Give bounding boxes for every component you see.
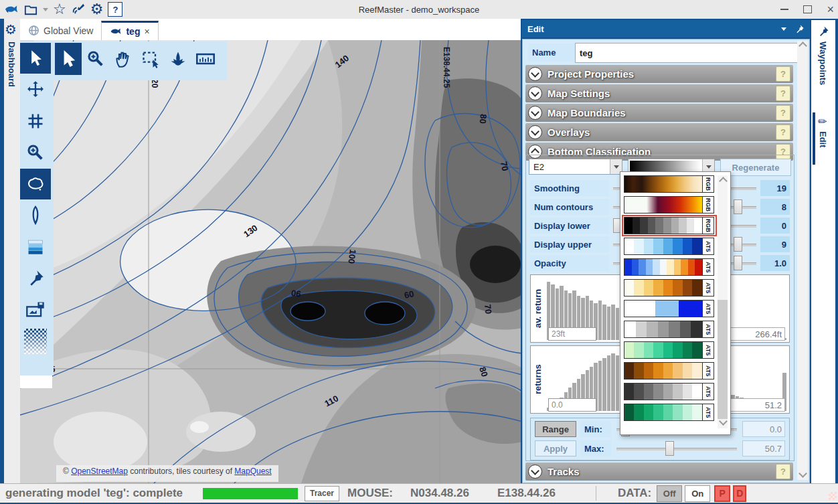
slider-label: Smoothing: [530, 180, 609, 196]
panel-pin-icon[interactable]: [794, 24, 805, 34]
tracer-button[interactable]: Tracer: [305, 486, 339, 501]
scroll-down-icon[interactable]: [799, 469, 807, 478]
measure-tool-button[interactable]: [192, 43, 219, 75]
slider-handle[interactable]: [734, 256, 742, 270]
mapquest-link[interactable]: MapQuest: [234, 467, 271, 476]
palette-option[interactable]: AT5: [624, 341, 715, 359]
marquee-select-tool-button[interactable]: [137, 43, 164, 75]
section-overlays[interactable]: Overlays ?: [525, 123, 793, 141]
select-tool-button[interactable]: [55, 43, 82, 75]
section-title: Tracks: [548, 466, 776, 477]
dashboard-gear-icon[interactable]: ⚙: [4, 19, 20, 37]
palette-scrollbar[interactable]: [718, 175, 728, 428]
panel-menu-caret-icon[interactable]: [781, 27, 786, 31]
expand-chevron-icon[interactable]: [528, 465, 542, 479]
palette-option[interactable]: AT5: [624, 362, 715, 380]
preset-value: E2: [529, 162, 610, 172]
section-map-boundaries[interactable]: Map Boundaries ?: [525, 104, 793, 122]
expand-chevron-icon[interactable]: [528, 86, 542, 100]
region-view-button[interactable]: [20, 169, 51, 199]
histogram-min-input[interactable]: 0.0: [548, 398, 596, 412]
data-off-button[interactable]: Off: [657, 485, 682, 502]
palette-option[interactable]: AT5: [624, 404, 715, 421]
waypoint-pin-button[interactable]: [20, 263, 51, 294]
map-viewport[interactable]: E138.44.25 20 25 140 80 70 130 100 90 60…: [20, 40, 522, 483]
section-project-properties[interactable]: Project Properties ?: [525, 65, 793, 83]
tab-waypoints[interactable]: Waypoints: [818, 41, 828, 85]
resize-grip-icon[interactable]: [829, 492, 837, 500]
max-value[interactable]: 50.7: [742, 440, 785, 456]
maximize-button[interactable]: [803, 5, 812, 13]
favorites-star-icon[interactable]: ☆: [53, 3, 66, 16]
section-help-button[interactable]: ?: [776, 86, 790, 101]
open-workspace-icon[interactable]: [23, 3, 38, 16]
gps-connect-icon[interactable]: [71, 3, 86, 16]
section-tracks[interactable]: Tracks ?: [525, 463, 793, 481]
palette-option[interactable]: AT5: [624, 258, 715, 276]
open-dropdown-caret-icon[interactable]: [43, 8, 48, 11]
section-help-button[interactable]: ?: [776, 105, 790, 120]
section-map-settings[interactable]: Map Settings ?: [525, 84, 793, 102]
palette-option[interactable]: AT5: [624, 383, 715, 400]
palette-option[interactable]: AT5: [624, 321, 715, 338]
classification-preset-combo[interactable]: E2: [529, 159, 622, 175]
openstreetmap-link[interactable]: OpenStreetMap: [71, 467, 128, 476]
active-tab-indicator: [813, 112, 815, 165]
max-slider[interactable]: [616, 440, 737, 456]
track-fish-icon: [169, 50, 187, 68]
slider-value: 9: [760, 236, 790, 252]
apply-button[interactable]: Apply: [535, 440, 576, 456]
minimize-button[interactable]: [780, 9, 788, 10]
histogram-min-input[interactable]: 23ft: [548, 327, 596, 341]
layers-button[interactable]: [20, 232, 51, 262]
data-on-button[interactable]: On: [685, 485, 710, 502]
palette-option[interactable]: AT5: [624, 279, 715, 297]
track-tool-button[interactable]: [165, 43, 191, 75]
max-slider-handle[interactable]: [665, 441, 674, 456]
sonar-export-button[interactable]: [20, 295, 51, 325]
palette-option[interactable]: RGB: [624, 196, 715, 214]
d-toggle-button[interactable]: D: [733, 485, 746, 502]
expand-chevron-icon[interactable]: [528, 125, 542, 139]
range-button[interactable]: Range: [535, 421, 576, 437]
palette-gradient-swatch: [624, 217, 703, 234]
help-button[interactable]: ?: [108, 2, 122, 17]
slider-handle[interactable]: [734, 199, 742, 214]
zoom-extents-button[interactable]: [20, 137, 51, 168]
tab-global-view[interactable]: Global View: [20, 21, 101, 40]
grid-toggle-button[interactable]: [20, 106, 51, 137]
name-input[interactable]: teg: [575, 43, 803, 63]
slider-handle[interactable]: [734, 237, 742, 252]
close-button[interactable]: ×: [827, 4, 834, 15]
palette-gradient-swatch: [624, 279, 703, 297]
tab-teg[interactable]: teg ×: [101, 21, 158, 40]
expand-chevron-icon[interactable]: [528, 67, 542, 81]
palette-option-selected[interactable]: RGB: [624, 217, 715, 234]
section-help-button[interactable]: ?: [776, 124, 790, 140]
boat-view-button[interactable]: [20, 200, 51, 231]
mouse-longitude: E138.44.26: [497, 487, 556, 500]
palette-option[interactable]: AT5: [624, 238, 715, 255]
dashboard-tab[interactable]: Dashboard: [7, 41, 17, 87]
pan-tool-button[interactable]: [110, 43, 137, 75]
scroll-up-icon[interactable]: [719, 177, 728, 185]
p-toggle-button[interactable]: P: [714, 485, 730, 502]
scroll-up-icon[interactable]: [799, 41, 807, 50]
select-mode-button[interactable]: [20, 43, 51, 74]
min-value[interactable]: 0.0: [742, 421, 785, 437]
section-help-button[interactable]: ?: [776, 66, 790, 82]
palette-dropdown-list[interactable]: RGBRGBRGBAT5AT5AT5AT5AT5AT5AT5AT5AT5: [620, 171, 731, 435]
settings-gear-icon[interactable]: ⚙: [90, 3, 104, 16]
contour-depth-label: 70: [499, 161, 510, 172]
palette-option[interactable]: RGB: [624, 175, 715, 193]
scrollbar-thumb[interactable]: [718, 300, 728, 419]
panel-scrollbar[interactable]: [797, 41, 808, 480]
section-help-button[interactable]: ?: [776, 464, 790, 479]
mosaic-layer-button[interactable]: [20, 326, 51, 357]
tab-close-icon[interactable]: ×: [144, 26, 149, 37]
pan-mode-button[interactable]: [20, 74, 51, 105]
expand-chevron-icon[interactable]: [528, 106, 542, 120]
zoom-in-tool-button[interactable]: [82, 43, 109, 75]
palette-option[interactable]: AT5: [624, 300, 715, 317]
tab-edit[interactable]: Edit: [818, 131, 828, 148]
